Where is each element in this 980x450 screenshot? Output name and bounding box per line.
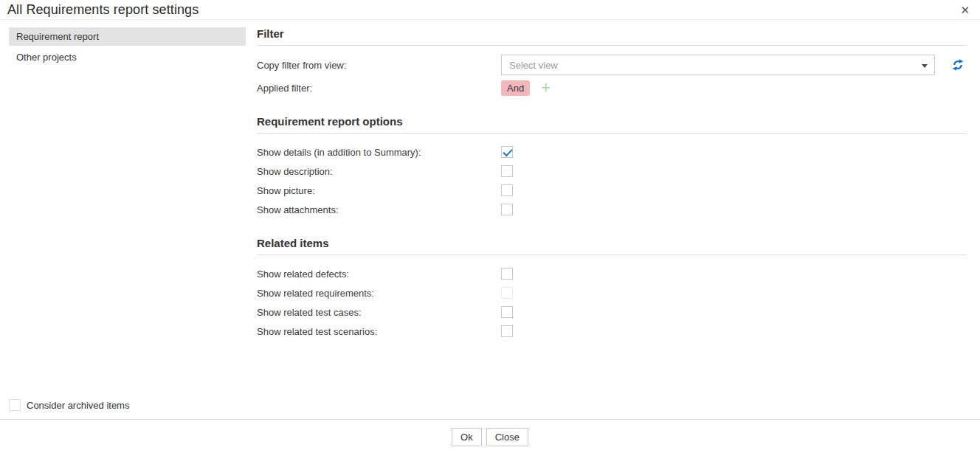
close-icon[interactable]: ✕ <box>957 3 973 17</box>
settings-sidebar: Requirement report Other projects <box>9 27 246 69</box>
option-row: Show description: <box>257 162 967 181</box>
footer-buttons: Ok Close <box>0 428 980 446</box>
show-attachments-checkbox[interactable] <box>501 204 513 215</box>
show-description-label: Show description: <box>257 166 501 177</box>
show-attachments-label: Show attachments: <box>257 204 501 215</box>
applied-filter-label: Applied filter: <box>257 83 501 94</box>
related-row: Show related requirements: <box>257 283 967 302</box>
show-related-test-cases-checkbox[interactable] <box>501 306 513 318</box>
chevron-down-icon <box>922 64 928 68</box>
related-row: Show related test cases: <box>257 302 967 322</box>
refresh-views-button[interactable] <box>950 58 965 72</box>
show-related-defects-label: Show related defects: <box>257 269 501 280</box>
add-filter-icon[interactable]: + <box>541 80 551 96</box>
show-picture-checkbox[interactable] <box>501 184 513 196</box>
show-related-requirements-checkbox <box>501 287 513 299</box>
show-details-checkbox[interactable] <box>501 146 513 158</box>
related-section-heading: Related items <box>257 237 967 255</box>
filter-section-heading: Filter <box>257 27 967 46</box>
show-picture-label: Show picture: <box>257 185 501 196</box>
applied-filter-row: Applied filter: And + <box>257 78 967 97</box>
copy-filter-view-select[interactable]: Select view <box>501 55 935 75</box>
consider-archived-row: Consider archived items <box>9 399 129 411</box>
show-description-checkbox[interactable] <box>501 165 513 177</box>
dialog-header: All Requirements report settings ✕ <box>0 0 980 20</box>
close-button[interactable]: Close <box>486 428 528 446</box>
show-details-label: Show details (in addition to Summary): <box>257 147 501 158</box>
show-related-test-scenarios-checkbox[interactable] <box>501 325 513 337</box>
show-related-defects-checkbox[interactable] <box>501 268 513 280</box>
consider-archived-checkbox[interactable] <box>9 399 21 411</box>
dialog-title: All Requirements report settings <box>7 2 199 18</box>
option-row: Show attachments: <box>257 200 967 219</box>
settings-content: Filter Copy filter from view: Select vie… <box>257 20 967 341</box>
copy-filter-row: Copy filter from view: Select view <box>257 55 967 75</box>
select-view-placeholder: Select view <box>509 60 558 71</box>
sidebar-item-requirement-report[interactable]: Requirement report <box>9 27 246 46</box>
sidebar-item-other-projects[interactable]: Other projects <box>9 48 246 66</box>
consider-archived-label: Consider archived items <box>27 400 129 411</box>
show-related-requirements-label: Show related requirements: <box>257 288 501 299</box>
options-section-heading: Requirement report options <box>257 115 967 134</box>
option-row: Show details (in addition to Summary): <box>257 142 967 162</box>
show-related-test-cases-label: Show related test cases: <box>257 307 501 318</box>
show-related-test-scenarios-label: Show related test scenarios: <box>257 326 501 337</box>
filter-and-badge[interactable]: And <box>501 80 530 96</box>
ok-button[interactable]: Ok <box>452 428 482 446</box>
related-row: Show related test scenarios: <box>257 322 967 341</box>
refresh-icon <box>951 58 965 72</box>
copy-filter-label: Copy filter from view: <box>257 60 501 71</box>
option-row: Show picture: <box>257 181 967 200</box>
footer-divider <box>0 419 980 420</box>
related-row: Show related defects: <box>257 264 967 283</box>
